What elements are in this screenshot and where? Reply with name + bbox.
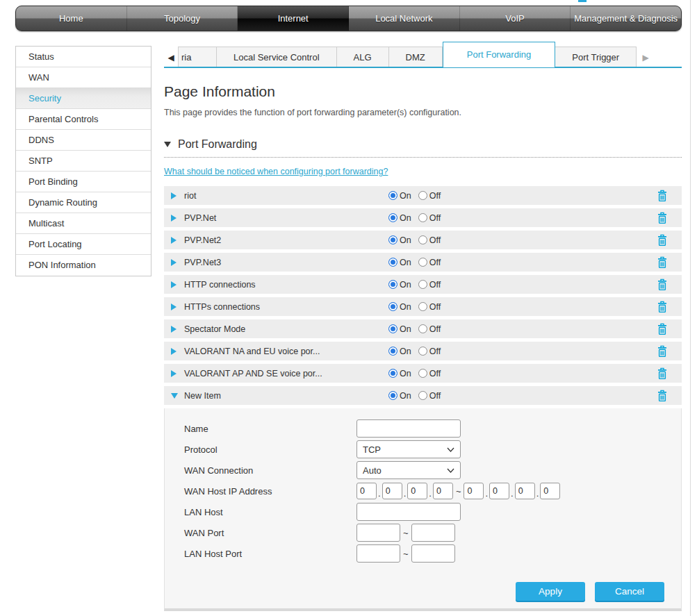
tabs-scroll-left-icon[interactable]: ◀ <box>164 47 178 68</box>
wan-host-ip-octet-5[interactable] <box>464 483 484 499</box>
wan-host-ip-octet-7[interactable] <box>515 483 535 499</box>
lan-host-label: LAN Host <box>184 507 356 517</box>
cancel-button[interactable]: Cancel <box>595 582 664 601</box>
form-row-protocol: Protocol TCP <box>165 439 681 460</box>
sidebar-item-ddns[interactable]: DDNS <box>16 130 151 151</box>
radio-on[interactable] <box>388 235 397 244</box>
sidebar-item-multicast[interactable]: Multicast <box>16 213 151 234</box>
delete-rule-button[interactable] <box>657 234 668 247</box>
name-input[interactable] <box>356 419 461 438</box>
tab-port-forwarding[interactable]: Port Forwarding <box>443 42 555 68</box>
radio-on[interactable] <box>388 191 397 200</box>
radio-off[interactable] <box>418 369 427 378</box>
delete-rule-button[interactable] <box>657 278 668 291</box>
wan-host-ip-octet-6[interactable] <box>489 483 509 499</box>
nav-item-management-diagnosis[interactable]: Management & Diagnosis <box>571 6 681 31</box>
chevron-down-icon <box>447 468 454 473</box>
tab-dmz[interactable]: DMZ <box>389 47 443 68</box>
delete-rule-button[interactable] <box>657 390 668 402</box>
nav-item-home[interactable]: Home <box>16 6 127 31</box>
sidebar-item-parental-controls[interactable]: Parental Controls <box>16 109 151 130</box>
expand-arrow-icon[interactable] <box>171 192 177 199</box>
sidebar-item-status[interactable]: Status <box>16 47 151 67</box>
radio-on[interactable] <box>388 347 397 356</box>
tab-alg[interactable]: ALG <box>337 47 389 68</box>
delete-rule-button[interactable] <box>657 190 668 202</box>
expand-arrow-icon[interactable] <box>171 348 177 355</box>
radio-on[interactable] <box>388 324 397 333</box>
delete-rule-button[interactable] <box>657 212 668 224</box>
tab-port-trigger[interactable]: Port Trigger <box>555 47 637 68</box>
wan-host-ip-octet-1[interactable] <box>356 483 377 499</box>
radio-on[interactable] <box>388 369 397 378</box>
wan-host-ip-octet-2[interactable] <box>382 483 402 499</box>
delete-rule-button[interactable] <box>657 301 668 313</box>
expand-arrow-icon[interactable] <box>171 370 177 377</box>
section-header[interactable]: Port Forwarding <box>164 138 682 151</box>
radio-off-label: Off <box>429 324 441 334</box>
radio-on[interactable] <box>388 391 397 400</box>
delete-rule-button[interactable] <box>657 256 668 269</box>
radio-on[interactable] <box>388 302 397 311</box>
wan-host-ip-octet-3[interactable] <box>407 483 427 499</box>
nav-item-topology[interactable]: Topology <box>127 6 238 31</box>
wan-host-ip-octet-4[interactable] <box>433 483 453 499</box>
radio-on-label: On <box>400 324 411 334</box>
radio-off[interactable] <box>418 258 427 267</box>
expand-arrow-icon[interactable] <box>171 215 177 222</box>
sidebar-item-port-locating[interactable]: Port Locating <box>16 234 151 255</box>
lan-host-port-to-input[interactable] <box>411 544 455 563</box>
radio-off[interactable] <box>418 235 427 244</box>
apply-button[interactable]: Apply <box>516 582 585 601</box>
sidebar-item-security[interactable]: Security <box>16 88 151 109</box>
lan-host-port-from-input[interactable] <box>356 544 400 563</box>
page-title: Page Information <box>164 83 682 100</box>
delete-rule-button[interactable] <box>657 367 668 380</box>
expand-arrow-icon[interactable] <box>171 393 178 399</box>
port-range-separator: ~ <box>403 549 409 559</box>
wan-host-ip-label: WAN Host IP Address <box>184 486 356 497</box>
wan-host-ip-octet-8[interactable] <box>540 483 560 499</box>
wan-connection-select[interactable]: Auto <box>356 461 461 479</box>
sidebar-item-wan[interactable]: WAN <box>16 67 151 88</box>
wan-connection-value: Auto <box>363 465 382 476</box>
protocol-select[interactable]: TCP <box>356 440 461 458</box>
radio-on[interactable] <box>388 258 397 267</box>
rule-state-radios: On Off <box>388 191 448 201</box>
radio-on[interactable] <box>388 213 397 222</box>
tab-ria[interactable]: ria <box>178 47 217 68</box>
trash-icon <box>657 234 668 247</box>
expand-arrow-icon[interactable] <box>171 281 177 288</box>
radio-off[interactable] <box>418 347 427 356</box>
radio-off-label: Off <box>429 213 441 223</box>
sidebar-item-dynamic-routing[interactable]: Dynamic Routing <box>16 192 151 213</box>
radio-off[interactable] <box>418 191 427 200</box>
nav-item-local-network[interactable]: Local Network <box>349 6 460 31</box>
tabs-scroll-right-icon[interactable]: ▶ <box>637 47 655 68</box>
nav-item-voip[interactable]: VoIP <box>460 6 571 31</box>
expand-arrow-icon[interactable] <box>171 326 177 333</box>
sidebar-item-port-binding[interactable]: Port Binding <box>16 172 151 192</box>
radio-off[interactable] <box>418 280 427 289</box>
radio-off[interactable] <box>418 213 427 222</box>
port-forwarding-help-link[interactable]: What should be noticed when configuring … <box>164 167 388 176</box>
radio-off[interactable] <box>418 302 427 311</box>
expand-arrow-icon[interactable] <box>171 237 177 244</box>
sidebar-item-sntp[interactable]: SNTP <box>16 151 151 172</box>
wan-port-from-input[interactable] <box>356 524 400 542</box>
wan-port-to-input[interactable] <box>411 524 455 542</box>
delete-rule-button[interactable] <box>657 345 668 358</box>
radio-off[interactable] <box>418 391 427 400</box>
nav-item-internet[interactable]: Internet <box>238 6 349 31</box>
radio-off[interactable] <box>418 324 427 333</box>
delete-rule-button[interactable] <box>657 323 668 335</box>
ip-dot-separator: . <box>485 488 488 499</box>
tab-local-service-control[interactable]: Local Service Control <box>217 47 337 68</box>
sidebar-item-pon-information[interactable]: PON Information <box>16 255 151 276</box>
rule-state-radios: On Off <box>388 347 448 356</box>
expand-arrow-icon[interactable] <box>171 303 177 310</box>
expand-arrow-icon[interactable] <box>171 259 177 266</box>
lan-host-input[interactable] <box>356 503 461 521</box>
radio-on[interactable] <box>388 280 397 289</box>
ip-range-separator: ~ <box>456 486 461 497</box>
